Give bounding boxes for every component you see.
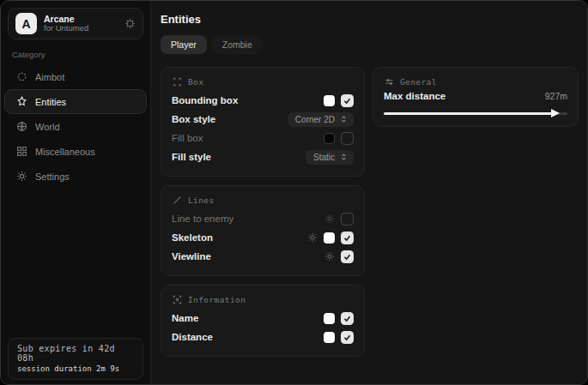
grid-icon [16, 146, 27, 157]
viewline-checkbox[interactable] [341, 250, 354, 263]
gear-icon[interactable] [324, 214, 335, 224]
box-section-card: Box Bounding box Box style [161, 67, 365, 177]
setting-row-fill-style: Fill style Static [172, 147, 354, 166]
tab-zombie[interactable]: Zombie [212, 35, 263, 54]
section-title: General [400, 77, 437, 87]
lines-section-card: Lines Line to enemy Skeleton [161, 185, 365, 276]
sidebar-item-label: Aimbot [35, 72, 64, 82]
skeleton-checkbox[interactable] [341, 232, 354, 244]
setting-row-distance: Distance [172, 328, 354, 346]
setting-row-fill-box: Fill box [172, 129, 354, 147]
sidebar-item-label: World [35, 122, 60, 132]
section-title: Information [188, 295, 246, 304]
category-label: Category [12, 50, 150, 59]
gear-icon[interactable] [324, 251, 335, 262]
line-to-enemy-checkbox[interactable] [341, 213, 354, 226]
sidebar-item-label: Miscellaneous [35, 147, 95, 157]
distance-checkbox[interactable] [341, 331, 354, 344]
setting-row-viewline: Viewline [172, 247, 354, 266]
sidebar-item-miscellaneous[interactable]: Miscellaneous [4, 139, 147, 164]
max-distance-value: 927m [545, 91, 567, 101]
color-swatch[interactable] [324, 313, 335, 324]
box-style-select[interactable]: Corner 2D [288, 112, 354, 127]
tab-player[interactable]: Player [161, 35, 207, 54]
checkmark-icon [343, 334, 351, 341]
main-content: Entities Player Zombie Box Bounding box [151, 1, 587, 384]
color-swatch[interactable] [324, 332, 335, 343]
diagonal-line-icon [173, 196, 182, 205]
gear-icon[interactable] [124, 18, 136, 29]
checkmark-icon [343, 315, 351, 322]
color-swatch[interactable] [324, 95, 335, 106]
fill-box-checkbox[interactable] [341, 132, 354, 145]
sub-expiry-text: Sub expires in 42d 08h [17, 344, 134, 363]
sidebar-item-label: Settings [35, 171, 70, 182]
chevron-up-down-icon [340, 153, 348, 161]
setting-row-skeleton: Skeleton [172, 228, 354, 247]
max-distance-slider[interactable] [384, 110, 567, 117]
chevron-up-down-icon [340, 115, 348, 123]
sliders-icon [385, 77, 394, 87]
gear-icon[interactable] [307, 232, 318, 243]
checkmark-icon [343, 97, 351, 105]
sidebar-nav: Aimbot Entities World Miscellaneous [1, 64, 150, 189]
setting-row-line-to-enemy: Line to enemy [172, 209, 354, 228]
fill-style-select[interactable]: Static [306, 150, 354, 165]
app-subtitle: for Untumed [44, 24, 118, 33]
color-swatch[interactable] [324, 133, 335, 144]
section-title: Lines [188, 196, 215, 205]
bounding-box-icon [173, 77, 182, 87]
session-duration-text: session duration 2m 9s [17, 364, 134, 373]
sidebar-item-entities[interactable]: Entities [4, 89, 147, 114]
crosshair-icon [16, 71, 27, 82]
sidebar-item-world[interactable]: World [4, 114, 147, 139]
checkmark-icon [343, 253, 351, 261]
name-checkbox[interactable] [341, 312, 354, 325]
entities-icon [16, 96, 27, 107]
general-section-card: General Max distance 927m [373, 67, 579, 127]
slider-fill [384, 112, 555, 115]
slider-thumb[interactable] [551, 109, 560, 117]
globe-icon [16, 121, 27, 132]
checkmark-icon [343, 234, 351, 242]
setting-row-max-distance: Max distance 927m [384, 91, 567, 101]
color-swatch[interactable] [324, 232, 335, 244]
gear-icon [16, 171, 27, 182]
setting-row-bounding-box: Bounding box [172, 91, 354, 110]
app-window: A Arcane for Untumed Category Aimbot [0, 0, 588, 385]
subscription-status: Sub expires in 42d 08h session duration … [8, 338, 143, 380]
setting-row-name: Name [172, 309, 354, 328]
brand-card: A Arcane for Untumed [8, 8, 143, 39]
tab-bar: Player Zombie [161, 35, 587, 54]
setting-row-box-style: Box style Corner 2D [172, 110, 354, 129]
page-title: Entities [161, 13, 587, 26]
sidebar-item-settings[interactable]: Settings [4, 164, 147, 189]
section-title: Box [188, 77, 203, 87]
information-section-card: Information Name Distance [161, 285, 365, 357]
sidebar-item-label: Entities [35, 97, 66, 107]
app-logo: A [15, 13, 37, 34]
sidebar-item-aimbot[interactable]: Aimbot [4, 64, 147, 89]
sidebar: A Arcane for Untumed Category Aimbot [1, 1, 151, 384]
bounding-box-checkbox[interactable] [341, 94, 354, 107]
info-scan-icon [173, 295, 182, 304]
